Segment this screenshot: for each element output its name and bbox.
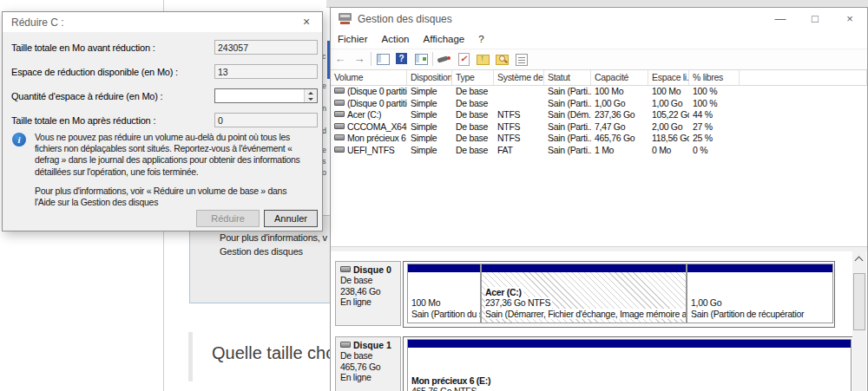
cell-capacite: 1 Mo <box>591 145 648 157</box>
field-label: Quantité d'espace à réduire (en Mo) : <box>11 91 162 101</box>
cell-capacite: 465,76 Go <box>591 133 648 145</box>
partition-title: Mon précieux 6 (E:) <box>411 375 492 387</box>
scrollbar-thumb[interactable] <box>853 273 865 330</box>
cell-libres: 0 % <box>689 145 740 157</box>
column-header[interactable]: Statut <box>544 70 591 85</box>
partition-strip: Mon précieux 6 (E:)465,76 Go NTFSSain (P… <box>403 336 854 391</box>
menu-?[interactable]: ? <box>471 31 490 44</box>
toolbar-separator <box>371 52 372 66</box>
cell-type: De base <box>452 86 494 98</box>
maximize-button[interactable]: □ <box>798 8 832 30</box>
disk-block-0: Disque 0De base238,46 GoEn ligne100 MoSa… <box>335 261 856 326</box>
menu-fichier[interactable]: Fichier <box>331 31 375 44</box>
field-input-3: 0 <box>214 113 318 127</box>
cell-libres: 100 % <box>689 86 740 98</box>
disk-size: 465,76 Go <box>340 362 400 373</box>
cell-volume: (Disque 0 partition... <box>331 86 407 98</box>
cell-disposition: Simple <box>407 109 452 121</box>
folder-search-icon[interactable] <box>495 52 509 66</box>
cell-type: De base <box>452 133 494 145</box>
partition-strip: 100 MoSain (Partition du sAcer (C:)237,3… <box>403 261 835 328</box>
partition-type-bar <box>482 264 686 272</box>
field-label: Taille totale en Mo après réduction : <box>11 115 155 126</box>
disk-name: Disque 0 <box>353 264 391 275</box>
cell-type: De base <box>452 109 494 121</box>
column-header[interactable]: Espace li... <box>648 70 689 85</box>
field-label: Espace de réduction disponible (en Mo) : <box>11 67 178 77</box>
partition-type-bar <box>408 340 851 348</box>
cell-espace: 1,00 Go <box>648 98 689 110</box>
partition-mon-pr-cieux-6---e--[interactable]: Mon précieux 6 (E:)465,76 Go NTFSSain (P… <box>407 339 852 391</box>
partition-1-00-go[interactable]: 1,00 GoSain (Partition de récupératior <box>687 264 833 323</box>
cell-disposition: Simple <box>407 98 452 110</box>
partition-acer---c--[interactable]: Acer (C:)237,36 Go NTFSSain (Démarrer, F… <box>481 264 687 323</box>
table-row[interactable]: UEFI_NTFSSimpleDe baseFATSain (Parti...1… <box>331 145 867 157</box>
column-header[interactable]: Capacité <box>591 70 648 85</box>
cancel-button[interactable]: Annuler <box>264 210 318 227</box>
back-icon[interactable]: ← <box>333 52 347 66</box>
menu-affichage[interactable]: Affichage <box>416 31 471 44</box>
cell-capacite: 1,00 Go <box>591 98 648 110</box>
cell-libres: 100 % <box>689 98 740 110</box>
forward-icon[interactable]: → <box>352 52 366 66</box>
disk-label-panel[interactable]: Disque 0De base238,46 GoEn ligne <box>335 261 401 326</box>
table-row[interactable]: Acer (C:)SimpleDe baseNTFSSain (Dém...23… <box>331 109 867 121</box>
check-page-icon[interactable]: ✓ <box>457 52 470 66</box>
menu-action[interactable]: Action <box>375 31 417 44</box>
field-input-2[interactable] <box>214 88 318 103</box>
help-icon[interactable]: ? <box>395 52 409 66</box>
cell-fs <box>494 86 544 98</box>
table-row[interactable]: (Disque 0 partition...SimpleDe baseSain … <box>331 86 867 98</box>
column-header[interactable]: % libres <box>689 70 740 85</box>
disk-management-icon <box>339 13 352 24</box>
spinner-down-icon[interactable] <box>305 96 317 103</box>
console-panel-icon[interactable] <box>414 52 428 66</box>
disk-label-panel[interactable]: Disque 1De base465,76 GoEn ligne <box>335 336 401 391</box>
disk-status: En ligne <box>340 372 400 383</box>
partition-type-bar <box>687 264 832 272</box>
table-row[interactable]: (Disque 0 partition...SimpleDe baseSain … <box>331 98 867 110</box>
partition-100-mo[interactable]: 100 MoSain (Partition du s <box>407 264 481 323</box>
cell-fs: NTFS <box>494 109 544 121</box>
disk-name: Disque 1 <box>353 340 391 350</box>
field-label: Taille totale en Mo avant réduction : <box>11 42 155 53</box>
table-header-row: VolumeDispositionTypeSystème de ...Statu… <box>331 70 867 86</box>
device-icon[interactable] <box>437 52 451 66</box>
shrink-button[interactable]: Réduire <box>196 210 260 227</box>
column-header[interactable]: Volume <box>331 70 407 85</box>
minimize-button[interactable]: — <box>763 8 798 30</box>
vertical-scrollbar[interactable] <box>852 251 866 391</box>
table-row[interactable]: Mon précieux 6 (E:)SimpleDe baseNTFSSain… <box>331 133 867 145</box>
heading-anchor-bar <box>188 332 193 381</box>
disk-icon <box>340 266 351 272</box>
cell-volume: Acer (C:) <box>331 109 407 121</box>
window-titlebar[interactable]: Gestion des disques — □ × <box>331 8 867 30</box>
folder-up-icon[interactable]: ↑ <box>476 52 490 66</box>
partition-line: Sain (Partition de récupératior <box>691 309 806 320</box>
cell-fs: FAT <box>494 145 544 157</box>
cell-statut: Sain (Parti... <box>544 86 591 98</box>
partition-line: 237,36 Go NTFS <box>485 297 552 309</box>
volume-table: VolumeDispositionTypeSystème de ...Statu… <box>331 69 867 247</box>
dialog-close-icon[interactable]: × <box>294 13 319 31</box>
volume-icon <box>334 111 345 117</box>
partition-line: Sain (Partition du s <box>411 309 481 320</box>
disk-management-window: Gestion des disques — □ × FichierActionA… <box>330 7 868 391</box>
volume-icon <box>334 100 345 106</box>
close-button[interactable]: × <box>832 8 867 30</box>
menu-bar: FichierActionAffichage? <box>331 30 867 49</box>
console-window-icon[interactable] <box>376 52 390 66</box>
page-heading: Quelle taille choi <box>212 343 339 363</box>
cell-capacite: 7,47 Go <box>591 121 648 134</box>
dialog-titlebar[interactable]: Réduire C : × <box>3 12 322 32</box>
spinner-control[interactable] <box>304 89 317 102</box>
properties-icon[interactable] <box>514 52 528 66</box>
cell-espace: 2,00 Go <box>648 121 689 134</box>
column-header[interactable]: Disposition <box>407 70 452 85</box>
column-header[interactable]: Système de ... <box>494 70 544 85</box>
table-row[interactable]: CCCOMA_X64FRE...SimpleDe baseNTFSSain (P… <box>331 121 867 134</box>
scroll-up-button[interactable] <box>852 251 866 265</box>
partition-line: 465,76 Go NTFS <box>411 386 478 391</box>
column-header[interactable]: Type <box>452 70 494 85</box>
cell-capacite: 237,36 Go <box>591 109 648 121</box>
